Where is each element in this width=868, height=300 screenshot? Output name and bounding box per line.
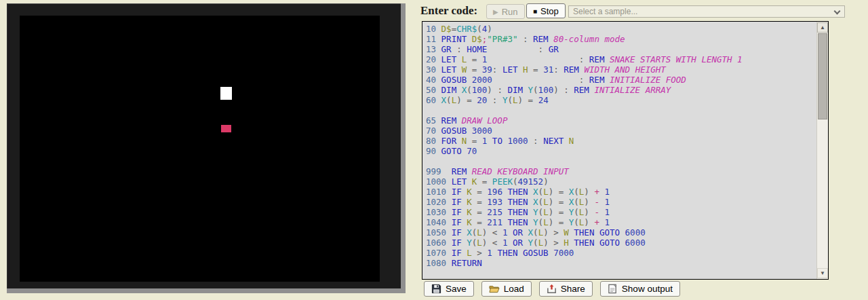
code-line: 1010 IF K = 196 THEN X(L) = X(L) + 1 (426, 187, 816, 197)
sample-select-placeholder: Select a sample... (573, 7, 637, 16)
load-button-label: Load (504, 284, 524, 294)
chevron-down-icon (834, 8, 841, 15)
editor-scrollbar: ▲ ▼ (816, 22, 828, 279)
output-document-icon (608, 284, 618, 294)
stop-button[interactable]: ■ Stop (526, 3, 566, 18)
code-line: 1040 IF K = 211 THEN Y(L) = Y(L) + 1 (426, 217, 816, 227)
code-line: 80 FOR N = 1 TO 1000 : NEXT N (426, 136, 816, 146)
code-line (426, 156, 816, 166)
sample-select[interactable]: Select a sample... (568, 5, 845, 18)
code-line (426, 268, 816, 278)
stop-button-label: Stop (540, 6, 559, 16)
code-line: 1080 RETURN (426, 258, 816, 268)
run-button-label: Run (502, 7, 518, 17)
share-button-label: Share (561, 284, 585, 294)
share-button[interactable]: Share (539, 281, 593, 297)
code-line: 40 GOSUB 2000 : REM INITIALIZE FOOD (426, 75, 816, 85)
code-line: 60 X(L) = 20 : Y(L) = 24 (426, 95, 816, 105)
show-output-button-label: Show output (622, 284, 673, 294)
footer-toolbar: Save Load Share Show output (424, 281, 680, 297)
food-block (221, 125, 231, 132)
code-line: 999 REM READ KEYBOARD INPUT (426, 166, 816, 176)
share-upload-icon (547, 284, 557, 294)
toolbar: Enter code: ▶ Run ■ Stop Select a sample… (419, 0, 868, 20)
code-line: 1050 IF X(L) < 1 OR X(L) > W THEN GOTO 6… (426, 227, 816, 238)
crt-screen[interactable] (20, 16, 380, 282)
play-icon: ▶ (493, 8, 498, 16)
scroll-up-icon: ▲ (820, 24, 825, 31)
monitor-bezel (7, 3, 401, 288)
scroll-down-icon: ▼ (820, 270, 825, 276)
code-line: 1000 LET K = PEEK(49152) (426, 176, 816, 187)
code-line: 13 GR : HOME : GR (426, 44, 816, 54)
code-editor: 10 D$=CHR$(4)11 PRINT D$;"PR#3" : REM 80… (422, 21, 829, 280)
enter-code-label: Enter code: (420, 4, 477, 18)
code-line (426, 105, 816, 115)
code-line: 1070 IF L > 1 THEN GOSUB 7000 (426, 248, 816, 258)
code-line: 10 D$=CHR$(4) (426, 24, 816, 34)
code-line: 90 GOTO 70 (426, 146, 816, 156)
code-line: 1020 IF K = 193 THEN X(L) = X(L) - 1 (426, 197, 816, 207)
monitor-frame (7, 3, 406, 293)
load-button[interactable]: Load (481, 281, 532, 297)
scrollbar-thumb[interactable] (818, 33, 827, 119)
stop-icon: ■ (533, 7, 537, 15)
run-button[interactable]: ▶ Run (486, 4, 525, 19)
code-line: 30 LET W = 39: LET H = 31: REM WIDTH AND… (426, 64, 816, 75)
code-line: 70 GOSUB 3000 (426, 126, 816, 136)
scroll-down-button[interactable]: ▼ (817, 268, 828, 278)
code-line: 1060 IF Y(L) < 1 OR Y(L) > H THEN GOTO 6… (426, 238, 816, 248)
save-button-label: Save (446, 284, 467, 294)
code-line: 20 LET L = 1 : REM SNAKE STARTS WITH LEN… (426, 54, 816, 64)
snake-segment-block (220, 87, 232, 100)
code-lines[interactable]: 10 D$=CHR$(4)11 PRINT D$;"PR#3" : REM 80… (422, 22, 816, 279)
app-root: { "header": { "label": "Enter code:", "r… (0, 0, 868, 300)
code-line: 1030 IF K = 215 THEN Y(L) = Y(L) - 1 (426, 207, 816, 217)
code-line: 11 PRINT D$;"PR#3" : REM 80-column mode (426, 34, 816, 44)
save-button[interactable]: Save (424, 281, 474, 297)
code-line: 50 DIM X(100) : DIM Y(100) : REM INTIALI… (426, 85, 816, 95)
show-output-button[interactable]: Show output (600, 281, 680, 297)
code-line: 65 REM DRAW LOOP (426, 115, 816, 126)
scroll-up-button[interactable]: ▲ (817, 22, 828, 33)
code-line: 1999 REM CREATE FOOD (426, 278, 816, 279)
load-folder-icon (489, 284, 500, 294)
save-floppy-icon (431, 284, 441, 294)
